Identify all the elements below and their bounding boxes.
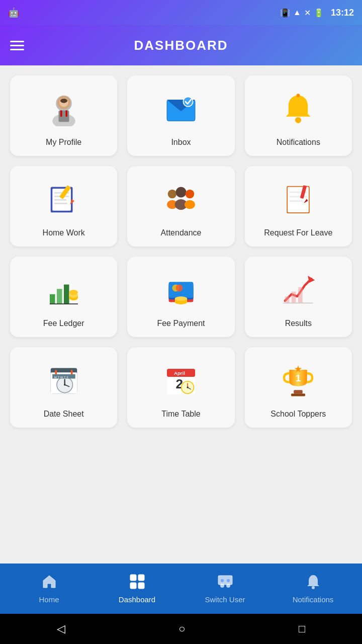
svg-text:M  T  W  T  F: M T W T F (54, 375, 68, 378)
my-profile-label: My Profile (46, 137, 81, 148)
my-profile-icon (41, 86, 86, 131)
page-title: DASHBOARD (134, 38, 228, 53)
svg-rect-83 (130, 583, 136, 589)
svg-rect-55 (298, 287, 303, 303)
date-sheet-icon: M T W T F (41, 358, 86, 403)
vibrate-icon: 📳 (280, 8, 290, 18)
grid-item-results[interactable]: Results (245, 257, 352, 337)
home-button[interactable]: ○ (178, 622, 185, 635)
wifi-icon: ▲ (293, 8, 301, 17)
fee-payment-icon (158, 267, 204, 312)
svg-point-51 (175, 296, 188, 301)
notifications-label: Notifications (277, 137, 320, 148)
grid-item-attendance[interactable]: Attendance (127, 166, 234, 247)
svg-rect-78 (291, 393, 305, 396)
fee-payment-label: Fee Payment (157, 318, 205, 329)
attendance-label: Attendance (161, 228, 202, 238)
svg-rect-82 (138, 575, 144, 581)
svg-rect-5 (65, 110, 67, 116)
svg-rect-84 (138, 583, 144, 589)
school-toppers-label: School Toppers (270, 409, 326, 420)
nav-switch-user[interactable]: Switch User (181, 574, 269, 604)
nav-dashboard[interactable]: Dashboard (93, 574, 181, 604)
svg-rect-37 (57, 289, 62, 304)
nav-home-label: Home (39, 595, 59, 604)
nav-notifications-label: Notifications (293, 595, 334, 604)
grid-item-notifications[interactable]: Notifications (245, 75, 352, 156)
inbox-label: Inbox (171, 137, 191, 148)
svg-point-88 (221, 579, 224, 582)
dashboard-grid: My Profile Inbox (10, 75, 352, 428)
homework-icon (41, 177, 86, 222)
notifications-nav-icon (305, 574, 321, 593)
svg-point-87 (226, 584, 230, 588)
bottom-nav: Home Dashboard Switch User (0, 564, 362, 614)
svg-point-7 (60, 98, 67, 103)
header: DASHBOARD (0, 25, 362, 65)
svg-rect-32 (290, 196, 307, 198)
switch-user-nav-icon (217, 574, 233, 593)
grid-item-fee-ledger[interactable]: Fee Ledger (10, 257, 117, 337)
nav-home[interactable]: Home (5, 574, 93, 604)
svg-rect-81 (130, 575, 136, 581)
grid-item-leave[interactable]: Request For Leave (245, 166, 352, 247)
nav-dashboard-label: Dashboard (119, 595, 155, 604)
dashboard-nav-icon (129, 574, 145, 593)
svg-rect-53 (285, 296, 290, 303)
android-nav: ◁ ○ □ (0, 614, 362, 644)
school-toppers-icon: 1 (276, 358, 321, 403)
menu-button[interactable] (10, 41, 24, 50)
app-icon: 🤖 (8, 7, 19, 18)
grid-item-my-profile[interactable]: My Profile (10, 75, 117, 156)
svg-rect-54 (292, 291, 296, 303)
status-bar: 🤖 📳 ▲ ✕ 🔋 13:12 (0, 0, 362, 25)
status-time: 13:12 (331, 8, 354, 18)
attendance-icon (158, 177, 204, 222)
status-icons: 📳 ▲ ✕ 🔋 (280, 8, 324, 18)
home-nav-icon (41, 574, 57, 593)
battery-icon: 🔋 (314, 8, 324, 18)
homework-label: Home Work (43, 228, 85, 238)
nav-switch-user-label: Switch User (205, 595, 245, 604)
signal-icon: ✕ (304, 8, 311, 18)
svg-point-27 (186, 189, 195, 198)
fee-ledger-icon (41, 267, 86, 312)
leave-icon (276, 177, 321, 222)
svg-rect-33 (290, 200, 303, 202)
svg-point-89 (227, 579, 230, 582)
svg-point-62 (64, 384, 66, 386)
grid-item-homework[interactable]: Home Work (10, 166, 117, 247)
date-sheet-label: Date Sheet (44, 409, 84, 420)
grid-item-school-toppers[interactable]: 1 School Toppers (245, 347, 352, 428)
grid-item-inbox[interactable]: Inbox (127, 75, 234, 156)
svg-point-28 (185, 200, 195, 209)
recent-button[interactable]: □ (299, 622, 305, 635)
svg-rect-4 (60, 110, 62, 116)
svg-point-42 (69, 290, 78, 295)
svg-text:April: April (174, 370, 185, 375)
leave-label: Request For Leave (264, 228, 332, 238)
timetable-icon: April 2 (158, 358, 204, 403)
svg-rect-19 (54, 199, 66, 201)
grid-item-fee-payment[interactable]: Fee Payment (127, 257, 234, 337)
svg-rect-77 (294, 390, 303, 393)
svg-text:1: 1 (296, 372, 301, 383)
svg-point-13 (295, 117, 301, 123)
grid-item-timetable[interactable]: April 2 Time Table (127, 347, 234, 428)
nav-notifications[interactable]: Notifications (269, 574, 357, 604)
svg-point-86 (220, 584, 224, 588)
svg-point-48 (175, 284, 183, 291)
notifications-icon (276, 86, 321, 131)
svg-point-90 (312, 586, 315, 589)
back-button[interactable]: ◁ (57, 622, 65, 635)
results-icon (276, 267, 321, 312)
main-content: My Profile Inbox (0, 65, 362, 564)
svg-rect-3 (58, 110, 69, 122)
grid-item-date-sheet[interactable]: M T W T F Date Sheet (10, 347, 117, 428)
svg-rect-36 (50, 294, 55, 303)
svg-rect-38 (64, 284, 69, 304)
inbox-icon (158, 86, 204, 131)
svg-point-25 (175, 187, 186, 197)
timetable-label: Time Table (161, 409, 200, 420)
results-label: Results (285, 318, 312, 329)
